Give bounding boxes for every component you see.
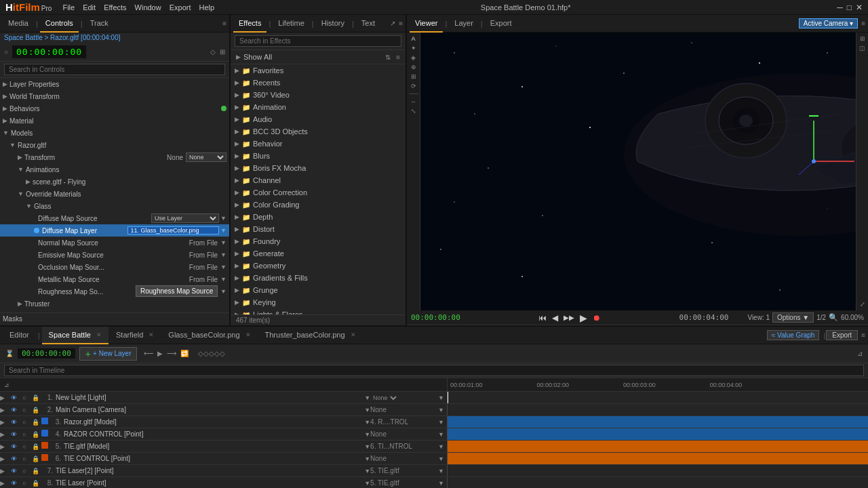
transport-fast-forward[interactable]: ▶▶: [562, 314, 576, 321]
tab-starfield-close[interactable]: ✕: [149, 331, 154, 338]
diffuse-layer-arrow[interactable]: ▼: [220, 227, 226, 234]
cat-behavior[interactable]: ▶ 📁 Behavior: [231, 138, 406, 150]
tab-glass-base[interactable]: Glass_baseColor.png ✕: [161, 327, 257, 344]
lock-btn-2[interactable]: 🔒: [31, 405, 40, 415]
options-btn[interactable]: Options ▼: [772, 312, 814, 323]
tab-thruster-base[interactable]: Thruster_baseColor.png ✕: [258, 327, 363, 344]
menu-edit[interactable]: Edit: [83, 3, 96, 12]
active-camera-btn[interactable]: Active Camera ▾: [799, 18, 858, 28]
cat-color-correction[interactable]: ▶ 📁 Color Correction: [231, 186, 406, 199]
tree-occlusion-map-source[interactable]: Occlusion Map Sour... From File ▼: [0, 261, 229, 273]
expand-arrow-7[interactable]: ▶: [0, 468, 7, 474]
transport-prev-frame[interactable]: ◀: [551, 313, 559, 323]
transform-value-select[interactable]: None: [186, 152, 226, 162]
vis-btn-7[interactable]: 👁: [9, 466, 18, 476]
effects-menu-icon[interactable]: ≡: [399, 20, 403, 27]
tab-effects[interactable]: Effects: [233, 15, 267, 33]
cat-animation[interactable]: ▶ 📁 Animation: [231, 101, 406, 113]
lock-btn-3[interactable]: 🔒: [31, 418, 40, 427]
tree-razor-gltf[interactable]: ▼ Razor.gltf: [0, 139, 229, 151]
tab-space-battle-close[interactable]: ✕: [96, 331, 102, 338]
panel-menu-icon[interactable]: ≡: [222, 20, 226, 27]
track-bar-5[interactable]: [448, 441, 868, 451]
solo-btn-4[interactable]: ○: [20, 430, 29, 439]
vis-btn-5[interactable]: 👁: [9, 442, 18, 451]
tab-text[interactable]: Text: [356, 15, 380, 33]
lock-btn-7[interactable]: 🔒: [31, 466, 40, 476]
editor-time-display[interactable]: 00:00:00:00: [18, 348, 75, 359]
cat-recents[interactable]: ▶ 📁 Recents: [231, 77, 406, 89]
track-bar-3[interactable]: [448, 417, 868, 427]
cat-gradients[interactable]: ▶ 📁 Gradients & Fills: [231, 272, 406, 284]
expand-arrow-4[interactable]: ▶: [0, 431, 7, 438]
viewer-tool-5[interactable]: ⊞: [411, 73, 416, 80]
expand-arrow-1[interactable]: ▶: [0, 394, 7, 401]
search-input[interactable]: [4, 64, 225, 75]
track-bar-4[interactable]: [448, 429, 868, 439]
viewer-tool-6[interactable]: ⟳: [411, 83, 416, 89]
viewer-tool-1[interactable]: A: [411, 35, 415, 42]
effects-search-input[interactable]: [235, 35, 401, 47]
solo-btn-8[interactable]: ○: [20, 479, 29, 488]
solo-btn-3[interactable]: ○: [20, 418, 29, 427]
parent-select-1[interactable]: None: [370, 394, 399, 402]
expand-arrow-5[interactable]: ▶: [0, 443, 7, 450]
tree-material[interactable]: ▶ Material: [0, 115, 229, 127]
expand-arrow-6[interactable]: ▶: [0, 455, 7, 462]
cat-distort[interactable]: ▶ 📁 Distort: [231, 223, 406, 235]
cat-360video[interactable]: ▶ 📁 360° Video: [231, 89, 406, 101]
viewer-content[interactable]: A ✦ ◈ ⊕ ⊞ ⟳ ↔ ⤡: [407, 33, 868, 310]
tree-models[interactable]: ▼ Models: [0, 127, 229, 139]
tree-glass[interactable]: ▼ Glass: [0, 200, 229, 212]
tree-emissive-map-source[interactable]: Emissive Map Source From File ▼: [0, 249, 229, 261]
tree-diffuse-map-layer[interactable]: Diffuse Map Layer 11. Glass_baseColor.pn…: [0, 224, 229, 237]
tree-animations[interactable]: ▼ Animations: [0, 163, 229, 176]
win-minimize[interactable]: ─: [837, 3, 843, 12]
tab-glass-close[interactable]: ✕: [245, 331, 251, 338]
expand-arrow-8[interactable]: ▶: [0, 480, 7, 487]
viewer-tool-8[interactable]: ⤡: [411, 108, 416, 115]
diffuse-source-arrow[interactable]: ▼: [220, 215, 226, 222]
win-close[interactable]: ✕: [856, 3, 863, 12]
lock-btn-4[interactable]: 🔒: [31, 430, 40, 439]
vis-btn-8[interactable]: 👁: [9, 479, 18, 488]
tab-export[interactable]: Export: [485, 15, 517, 33]
tree-override-materials[interactable]: ▼ Override Materials: [0, 188, 229, 200]
cat-bcc3d[interactable]: ▶ 📁 BCC 3D Objects: [231, 125, 406, 138]
vis-btn-6[interactable]: 👁: [9, 454, 18, 464]
tree-layer-properties[interactable]: ▶ Layer Properties: [0, 78, 229, 90]
viewer-tool-7[interactable]: ↔: [410, 98, 416, 105]
metallic-arrow[interactable]: ▼: [220, 276, 226, 283]
cat-geometry[interactable]: ▶ 📁 Geometry: [231, 260, 406, 272]
tab-lifetime[interactable]: Lifetime: [273, 15, 310, 33]
solo-btn-1[interactable]: ○: [20, 393, 29, 403]
lock-btn-6[interactable]: 🔒: [31, 454, 40, 464]
grid-icon[interactable]: ⊞: [220, 48, 225, 56]
loop-icon[interactable]: 🔁: [180, 350, 189, 357]
tab-history[interactable]: History: [316, 15, 350, 33]
lock-btn-8[interactable]: 🔒: [31, 479, 40, 488]
cat-color-grading[interactable]: ▶ 📁 Color Grading: [231, 199, 406, 211]
keyframe-icon[interactable]: ◇: [210, 48, 216, 56]
new-layer-btn[interactable]: + + New Layer: [79, 347, 138, 361]
expand-arrow-2[interactable]: ▶: [0, 407, 7, 413]
keyframe-controls[interactable]: ◇◇◇◇◇: [198, 350, 225, 357]
solo-btn-6[interactable]: ○: [20, 454, 29, 464]
viewer-tool-3[interactable]: ◈: [411, 54, 416, 61]
vis-btn-1[interactable]: 👁: [9, 393, 18, 403]
viewer-tool-4[interactable]: ⊕: [411, 64, 416, 70]
export-btn[interactable]: Export: [826, 330, 858, 340]
solo-btn-5[interactable]: ○: [20, 442, 29, 451]
emissive-arrow[interactable]: ▼: [220, 251, 226, 258]
tab-viewer[interactable]: Viewer: [410, 15, 443, 33]
tree-normal-map-source[interactable]: Normal Map Source From File ▼: [0, 237, 229, 249]
viewer-tool-2[interactable]: ✦: [411, 45, 416, 52]
editor-menu-icon[interactable]: ≡: [861, 331, 865, 339]
transport-record[interactable]: ⏺: [591, 313, 602, 323]
viewer-menu-icon[interactable]: ≡: [861, 20, 865, 27]
transport-play[interactable]: ▶: [578, 312, 589, 323]
next-icon[interactable]: ⟶: [167, 350, 176, 357]
play-icon[interactable]: ○: [4, 48, 8, 56]
list-icon[interactable]: ≡: [396, 54, 400, 61]
play-icon-2[interactable]: ▶: [157, 350, 163, 357]
